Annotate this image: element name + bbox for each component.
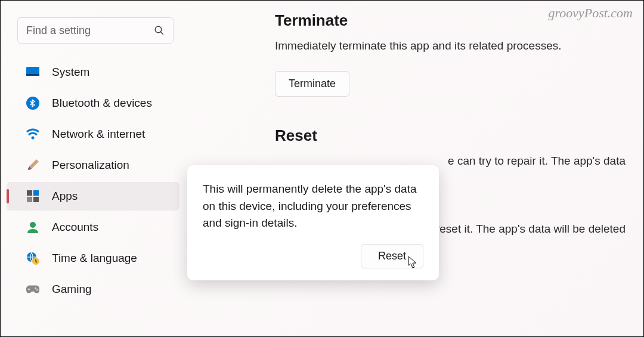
svg-point-5 bbox=[32, 137, 35, 140]
svg-line-1 bbox=[160, 32, 163, 35]
svg-rect-3 bbox=[26, 74, 39, 76]
sidebar-item-label: System bbox=[52, 66, 89, 79]
apps-icon bbox=[26, 189, 40, 203]
sidebar-item-gaming[interactable]: Gaming bbox=[7, 275, 179, 304]
sidebar-item-label: Apps bbox=[52, 190, 78, 203]
popup-text: This will permanently delete the app's d… bbox=[203, 181, 423, 232]
search-box[interactable] bbox=[17, 17, 174, 44]
svg-point-6 bbox=[28, 168, 30, 170]
svg-point-15 bbox=[36, 289, 38, 291]
system-icon bbox=[26, 65, 40, 79]
sidebar-item-label: Accounts bbox=[52, 221, 98, 234]
search-input[interactable] bbox=[26, 24, 154, 37]
svg-point-0 bbox=[155, 26, 162, 33]
terminate-section: Terminate Immediately terminate this app… bbox=[275, 11, 626, 97]
bluetooth-icon bbox=[26, 96, 40, 110]
sidebar-item-label: Time & language bbox=[52, 252, 137, 265]
terminate-desc: Immediately terminate this app and its r… bbox=[275, 38, 626, 54]
terminate-title: Terminate bbox=[275, 11, 626, 30]
gaming-icon bbox=[26, 282, 40, 296]
wifi-icon bbox=[26, 127, 40, 141]
accounts-icon bbox=[26, 220, 40, 234]
paintbrush-icon bbox=[26, 158, 40, 172]
sidebar: System Bluetooth & devices Network & int… bbox=[1, 1, 185, 306]
svg-rect-7 bbox=[27, 190, 32, 196]
sidebar-item-label: Network & internet bbox=[52, 128, 145, 141]
sidebar-item-label: Personalization bbox=[52, 159, 129, 172]
svg-point-14 bbox=[35, 287, 36, 289]
sidebar-item-label: Gaming bbox=[52, 283, 92, 296]
reset-title: Reset bbox=[275, 126, 626, 145]
cursor-pointer-icon bbox=[408, 256, 419, 269]
sidebar-item-bluetooth[interactable]: Bluetooth & devices bbox=[7, 89, 179, 118]
sidebar-item-personalization[interactable]: Personalization bbox=[7, 151, 179, 180]
popup-actions: Reset bbox=[203, 244, 423, 268]
sidebar-item-time-language[interactable]: Time & language bbox=[7, 244, 179, 273]
search-icon bbox=[154, 25, 165, 36]
svg-rect-9 bbox=[27, 197, 32, 202]
svg-point-11 bbox=[30, 222, 36, 228]
svg-rect-10 bbox=[33, 197, 39, 202]
terminate-button[interactable]: Terminate bbox=[275, 71, 349, 97]
sidebar-item-apps[interactable]: Apps bbox=[7, 182, 179, 211]
sidebar-item-system[interactable]: System bbox=[7, 58, 179, 86]
sidebar-item-label: Bluetooth & devices bbox=[52, 97, 152, 110]
globe-clock-icon bbox=[26, 251, 40, 265]
sidebar-item-accounts[interactable]: Accounts bbox=[7, 213, 179, 242]
reset-confirm-popup: This will permanently delete the app's d… bbox=[187, 165, 439, 280]
svg-rect-8 bbox=[33, 190, 39, 196]
sidebar-item-network[interactable]: Network & internet bbox=[7, 120, 179, 149]
